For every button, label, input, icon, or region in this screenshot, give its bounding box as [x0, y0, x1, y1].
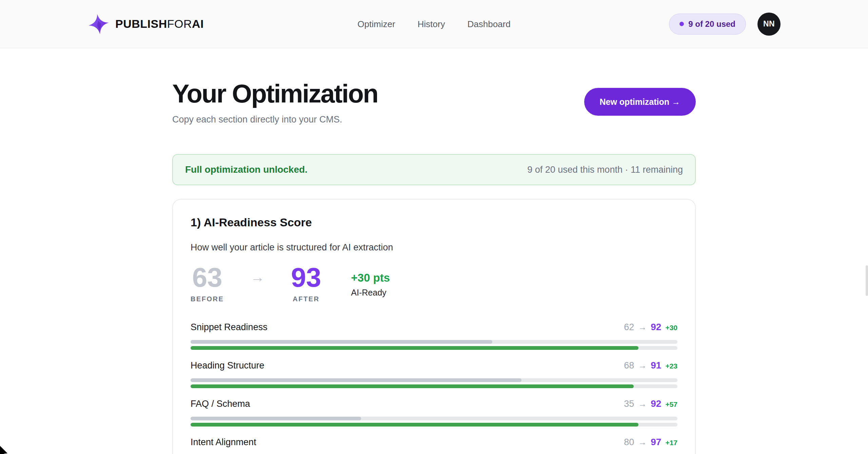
- metric-after-value: 92: [651, 398, 661, 409]
- after-score-value: 93: [291, 264, 321, 291]
- metric-delta-value: +23: [665, 362, 677, 370]
- before-score-block: 63 BEFORE: [191, 264, 224, 303]
- brand-part-for: FOR: [167, 17, 192, 30]
- before-progress-track: [191, 340, 677, 344]
- brand-wordmark: PUBLISHFORAI: [115, 17, 204, 31]
- after-progress-track: [191, 384, 677, 388]
- after-progress-fill: [191, 423, 638, 427]
- page-header-row: Your Optimization Copy each section dire…: [172, 79, 696, 125]
- metrics-list: Snippet Readiness 62 → 92 +30 Heading St…: [191, 322, 677, 454]
- unlock-status-banner: Full optimization unlocked. 9 of 20 used…: [172, 154, 696, 185]
- arrow-right-icon: →: [638, 399, 647, 409]
- score-delta-block: +30 pts AI-Ready: [351, 271, 390, 298]
- before-progress-fill: [191, 340, 492, 344]
- main-nav: Optimizer History Dashboard: [357, 19, 510, 29]
- after-score-block: 93 AFTER: [291, 264, 321, 303]
- before-progress-fill: [191, 417, 361, 420]
- banner-usage-text: 9 of 20 used this month · 11 remaining: [527, 165, 683, 175]
- usage-dot-icon: [679, 22, 684, 26]
- arrow-right-icon: →: [638, 322, 647, 332]
- metric-delta-value: +57: [665, 400, 677, 409]
- metric-before-value: 80: [624, 437, 634, 448]
- arrow-right-icon: →: [250, 270, 264, 284]
- metric-values: 35 → 92 +57: [624, 398, 677, 409]
- after-progress-track: [191, 423, 677, 427]
- brand-part-ai: AI: [192, 17, 204, 30]
- metric-before-value: 62: [624, 322, 634, 333]
- brand-logo[interactable]: PUBLISHFORAI: [87, 14, 204, 34]
- before-progress-track: [191, 378, 677, 382]
- page: PUBLISHFORAI Optimizer History Dashboard…: [0, 0, 868, 454]
- topbar-right-group: 9 of 20 used NN: [669, 13, 781, 36]
- metric-values: 80 → 97 +17: [624, 437, 677, 448]
- nav-link-history[interactable]: History: [418, 19, 445, 29]
- top-navigation-bar: PUBLISHFORAI Optimizer History Dashboard…: [0, 0, 868, 48]
- ai-readiness-score-card: 1) AI-Readiness Score How well your arti…: [172, 199, 696, 454]
- page-subtitle: Copy each section directly into your CMS…: [172, 114, 378, 125]
- before-progress-track: [191, 417, 677, 420]
- main-content: Your Optimization Copy each section dire…: [172, 79, 696, 454]
- score-delta-caption: AI-Ready: [351, 288, 390, 298]
- after-progress-track: [191, 346, 677, 350]
- metric-after-value: 97: [651, 437, 661, 448]
- mouse-cursor-icon: [0, 445, 9, 454]
- before-progress-fill: [191, 378, 521, 382]
- scrollbar-thumb[interactable]: [866, 265, 868, 296]
- nav-link-dashboard[interactable]: Dashboard: [467, 19, 510, 29]
- metric-label: Snippet Readiness: [191, 323, 268, 332]
- after-progress-fill: [191, 346, 638, 350]
- nav-link-optimizer[interactable]: Optimizer: [357, 19, 395, 29]
- avatar[interactable]: NN: [757, 13, 781, 36]
- page-heading-block: Your Optimization Copy each section dire…: [172, 79, 378, 125]
- metric-before-value: 35: [624, 399, 634, 409]
- card-description: How well your article is structured for …: [191, 242, 677, 253]
- metric-values: 62 → 92 +30: [624, 322, 677, 333]
- banner-status-text: Full optimization unlocked.: [185, 164, 308, 175]
- before-after-scores: 63 BEFORE → 93 AFTER +30 pts AI-Ready: [191, 264, 677, 303]
- usage-quota-pill[interactable]: 9 of 20 used: [669, 14, 746, 35]
- new-optimization-button[interactable]: New optimization →: [584, 88, 696, 116]
- after-progress-fill: [191, 384, 634, 388]
- avatar-initials: NN: [763, 19, 775, 29]
- before-score-value: 63: [192, 264, 222, 291]
- metric-row-heading-structure: Heading Structure 68 → 91 +23: [191, 360, 677, 388]
- page-title: Your Optimization: [172, 79, 378, 108]
- before-score-caption: BEFORE: [191, 295, 224, 303]
- arrow-right-icon: →: [638, 361, 647, 371]
- metric-after-value: 92: [651, 322, 661, 333]
- card-title: 1) AI-Readiness Score: [191, 216, 677, 229]
- usage-quota-label: 9 of 20 used: [688, 19, 735, 29]
- metric-delta-value: +30: [665, 324, 677, 332]
- metric-row-faq-schema: FAQ / Schema 35 → 92 +57: [191, 398, 677, 427]
- metric-values: 68 → 91 +23: [624, 360, 677, 371]
- metric-label: Intent Alignment: [191, 438, 256, 447]
- score-delta-value: +30 pts: [351, 271, 390, 284]
- metric-after-value: 91: [651, 360, 661, 371]
- metric-label: Heading Structure: [191, 361, 264, 370]
- metric-before-value: 68: [624, 360, 634, 371]
- metric-row-intent-alignment: Intent Alignment 80 → 97 +17: [191, 437, 677, 454]
- after-score-caption: AFTER: [293, 295, 319, 303]
- metric-label: FAQ / Schema: [191, 399, 250, 409]
- brand-part-publish: PUBLISH: [115, 17, 167, 30]
- metric-row-snippet-readiness: Snippet Readiness 62 → 92 +30: [191, 322, 677, 350]
- arrow-right-icon: →: [638, 437, 647, 447]
- sparkle-star-icon: [86, 12, 111, 36]
- metric-delta-value: +17: [665, 439, 677, 447]
